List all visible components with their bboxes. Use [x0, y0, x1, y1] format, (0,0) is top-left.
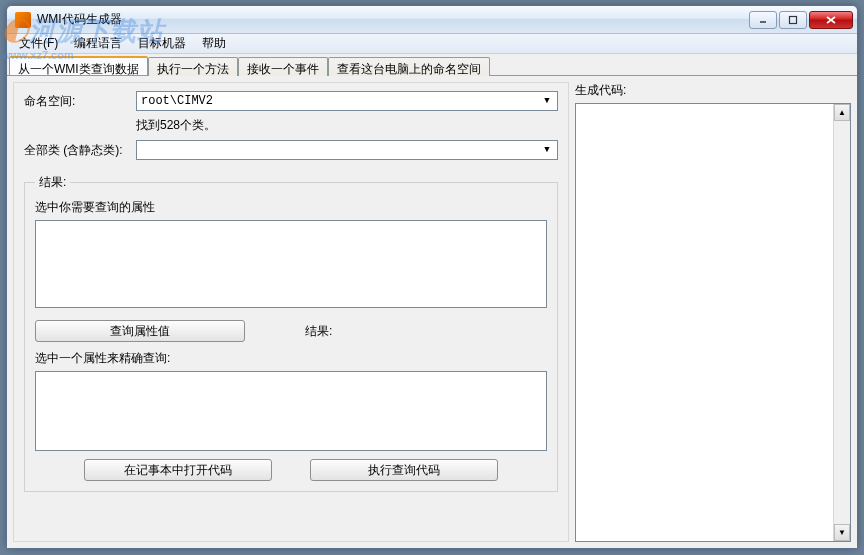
execute-query-code-button[interactable]: 执行查询代码: [310, 459, 498, 481]
scroll-track[interactable]: [834, 121, 850, 524]
menu-target[interactable]: 目标机器: [130, 33, 194, 54]
generated-code-textbox[interactable]: ▲ ▼: [575, 103, 851, 542]
right-panel: 生成代码: ▲ ▼: [575, 82, 851, 542]
tabstrip: 从一个WMI类查询数据 执行一个方法 接收一个事件 查看这台电脑上的命名空间: [7, 54, 857, 75]
allclass-row: 全部类 (含静态类): ▼: [24, 140, 558, 160]
tab-exec-method[interactable]: 执行一个方法: [148, 57, 238, 76]
tab-query-class[interactable]: 从一个WMI类查询数据: [9, 56, 148, 75]
namespace-row: 命名空间: root\CIMV2 ▼: [24, 91, 558, 111]
results-legend: 结果:: [35, 174, 70, 191]
app-window: WMI代码生成器 文件(F) 编程语言 目标机器 帮助 从一个WMI类查询数据 …: [6, 5, 858, 549]
chevron-down-icon: ▼: [539, 142, 555, 158]
svg-rect-1: [790, 16, 797, 23]
namespace-combo[interactable]: root\CIMV2 ▼: [136, 91, 558, 111]
minimize-icon: [758, 15, 768, 25]
maximize-icon: [788, 15, 798, 25]
menu-help[interactable]: 帮助: [194, 33, 234, 54]
left-panel: 命名空间: root\CIMV2 ▼ 找到528个类。 全部类 (含静态类): …: [13, 82, 569, 542]
properties-listbox[interactable]: [35, 220, 547, 308]
scroll-down-button[interactable]: ▼: [834, 524, 850, 541]
bottom-buttons: 在记事本中打开代码 执行查询代码: [35, 459, 547, 481]
tab-receive-event[interactable]: 接收一个事件: [238, 57, 328, 76]
results-fieldset: 结果: 选中你需要查询的属性 查询属性值 结果: 选中一个属性来精确查询: 在记…: [24, 174, 558, 492]
allclass-label: 全部类 (含静态类):: [24, 142, 136, 159]
window-controls: [749, 11, 853, 29]
precise-query-listbox[interactable]: [35, 371, 547, 451]
tab-view-namespaces[interactable]: 查看这台电脑上的命名空间: [328, 57, 490, 76]
open-in-notepad-button[interactable]: 在记事本中打开代码: [84, 459, 272, 481]
menu-file[interactable]: 文件(F): [11, 33, 66, 54]
generated-code-label: 生成代码:: [575, 82, 851, 99]
titlebar: WMI代码生成器: [7, 6, 857, 34]
minimize-button[interactable]: [749, 11, 777, 29]
content-area: 从一个WMI类查询数据 执行一个方法 接收一个事件 查看这台电脑上的命名空间 命…: [7, 54, 857, 548]
menu-language[interactable]: 编程语言: [66, 33, 130, 54]
app-icon: [15, 12, 31, 28]
results-label-2: 结果:: [305, 323, 332, 340]
namespace-label: 命名空间:: [24, 93, 136, 110]
menubar: 文件(F) 编程语言 目标机器 帮助: [7, 34, 857, 54]
close-button[interactable]: [809, 11, 853, 29]
query-property-value-button[interactable]: 查询属性值: [35, 320, 245, 342]
scroll-up-button[interactable]: ▲: [834, 104, 850, 121]
tab-panel: 命名空间: root\CIMV2 ▼ 找到528个类。 全部类 (含静态类): …: [7, 75, 857, 548]
maximize-button[interactable]: [779, 11, 807, 29]
select-one-prop-label: 选中一个属性来精确查询:: [35, 350, 547, 367]
namespace-value: root\CIMV2: [141, 94, 213, 108]
select-props-label: 选中你需要查询的属性: [35, 199, 547, 216]
allclass-combo[interactable]: ▼: [136, 140, 558, 160]
chevron-down-icon: ▼: [539, 93, 555, 109]
query-value-row: 查询属性值 结果:: [35, 320, 547, 342]
vertical-scrollbar[interactable]: ▲ ▼: [833, 104, 850, 541]
close-icon: [825, 15, 837, 25]
window-title: WMI代码生成器: [37, 11, 749, 28]
found-classes-hint: 找到528个类。: [136, 117, 558, 134]
